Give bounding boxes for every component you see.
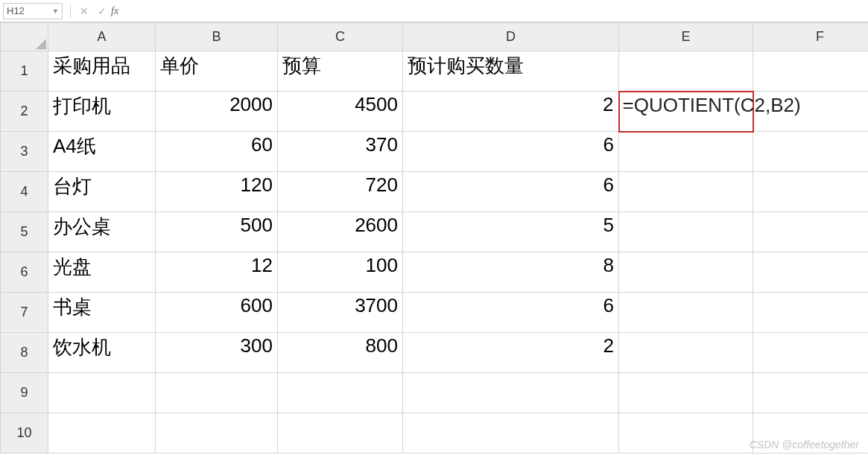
row-header-1[interactable]: 1 — [1, 51, 48, 92]
cell-C7[interactable]: 3700 — [278, 293, 403, 333]
name-box-value: H12 — [7, 5, 25, 16]
cell-F1[interactable] — [753, 51, 869, 92]
cell-E7[interactable] — [619, 293, 753, 333]
cell-E6[interactable] — [619, 252, 753, 293]
cell-F5[interactable] — [753, 212, 869, 252]
row-header-3[interactable]: 3 — [1, 132, 48, 172]
cell-D9[interactable] — [403, 373, 619, 413]
cell-D10[interactable] — [403, 413, 619, 454]
cell-E2[interactable]: =QUOTIENT(C2,B2) — [619, 92, 753, 132]
select-all-corner[interactable] — [1, 23, 48, 51]
cell-B7[interactable]: 600 — [156, 293, 278, 333]
cell-E4[interactable] — [619, 172, 753, 212]
divider — [70, 4, 71, 18]
col-header-B[interactable]: B — [156, 23, 278, 51]
cancel-icon[interactable]: ✕ — [75, 3, 93, 19]
cell-D5[interactable]: 5 — [403, 212, 619, 252]
cell-A10[interactable] — [48, 413, 156, 454]
cell-F9[interactable] — [753, 373, 869, 413]
cell-B6[interactable]: 12 — [156, 252, 278, 293]
cell-C8[interactable]: 800 — [278, 333, 403, 373]
cell-C9[interactable] — [278, 373, 403, 413]
cell-C10[interactable] — [278, 413, 403, 454]
cell-D6[interactable]: 8 — [403, 252, 619, 293]
row-header-10[interactable]: 10 — [1, 413, 48, 454]
cell-D2[interactable]: 2 — [403, 92, 619, 132]
formula-input[interactable] — [124, 3, 868, 19]
cell-B1[interactable]: 单价 — [156, 51, 278, 92]
formula-bar: H12 ▼ ✕ ✓ fx — [0, 0, 868, 22]
cell-E9[interactable] — [619, 373, 753, 413]
cell-D3[interactable]: 6 — [403, 132, 619, 172]
cell-E8[interactable] — [619, 333, 753, 373]
cell-A4[interactable]: 台灯 — [48, 172, 156, 212]
col-header-D[interactable]: D — [403, 23, 619, 51]
cell-F8[interactable] — [753, 333, 869, 373]
row-header-6[interactable]: 6 — [1, 252, 48, 293]
cell-A2[interactable]: 打印机 — [48, 92, 156, 132]
row-header-4[interactable]: 4 — [1, 172, 48, 212]
row-header-8[interactable]: 8 — [1, 333, 48, 373]
cell-B9[interactable] — [156, 373, 278, 413]
cell-D8[interactable]: 2 — [403, 333, 619, 373]
name-box[interactable]: H12 ▼ — [3, 3, 63, 19]
cell-A6[interactable]: 光盘 — [48, 252, 156, 293]
cell-C5[interactable]: 2600 — [278, 212, 403, 252]
cell-F7[interactable] — [753, 293, 869, 333]
cell-B10[interactable] — [156, 413, 278, 454]
cell-B8[interactable]: 300 — [156, 333, 278, 373]
svg-marker-0 — [36, 39, 46, 49]
cell-A8[interactable]: 饮水机 — [48, 333, 156, 373]
cell-C2[interactable]: 4500 — [278, 92, 403, 132]
cell-C6[interactable]: 100 — [278, 252, 403, 293]
fx-icon[interactable]: fx — [111, 5, 118, 17]
col-header-F[interactable]: F — [753, 23, 869, 51]
cell-D1[interactable]: 预计购买数量 — [403, 51, 619, 92]
cell-B2[interactable]: 2000 — [156, 92, 278, 132]
cell-F4[interactable] — [753, 172, 869, 212]
cell-E1[interactable] — [619, 51, 753, 92]
cell-B3[interactable]: 60 — [156, 132, 278, 172]
cell-D4[interactable]: 6 — [403, 172, 619, 212]
cell-E10[interactable] — [619, 413, 753, 454]
row-header-5[interactable]: 5 — [1, 212, 48, 252]
col-header-C[interactable]: C — [278, 23, 403, 51]
cell-C3[interactable]: 370 — [278, 132, 403, 172]
cell-E5[interactable] — [619, 212, 753, 252]
cell-A1[interactable]: 采购用品 — [48, 51, 156, 92]
cell-A7[interactable]: 书桌 — [48, 293, 156, 333]
cell-C4[interactable]: 720 — [278, 172, 403, 212]
cell-E3[interactable] — [619, 132, 753, 172]
cell-A5[interactable]: 办公桌 — [48, 212, 156, 252]
cell-B5[interactable]: 500 — [156, 212, 278, 252]
cell-F6[interactable] — [753, 252, 869, 293]
watermark-text: CSDN @coffeetogether — [750, 439, 859, 451]
spreadsheet-grid: A B C D E F 1 采购用品 单价 预算 预计购买数量 2 打印机 20… — [0, 22, 868, 454]
cell-A9[interactable] — [48, 373, 156, 413]
confirm-icon[interactable]: ✓ — [93, 3, 111, 19]
row-header-9[interactable]: 9 — [1, 373, 48, 413]
chevron-down-icon[interactable]: ▼ — [52, 7, 59, 15]
col-header-A[interactable]: A — [48, 23, 156, 51]
cell-B4[interactable]: 120 — [156, 172, 278, 212]
cell-C1[interactable]: 预算 — [278, 51, 403, 92]
cell-F3[interactable] — [753, 132, 869, 172]
col-header-E[interactable]: E — [619, 23, 753, 51]
row-header-2[interactable]: 2 — [1, 92, 48, 132]
row-header-7[interactable]: 7 — [1, 293, 48, 333]
cell-D7[interactable]: 6 — [403, 293, 619, 333]
cell-A3[interactable]: A4纸 — [48, 132, 156, 172]
